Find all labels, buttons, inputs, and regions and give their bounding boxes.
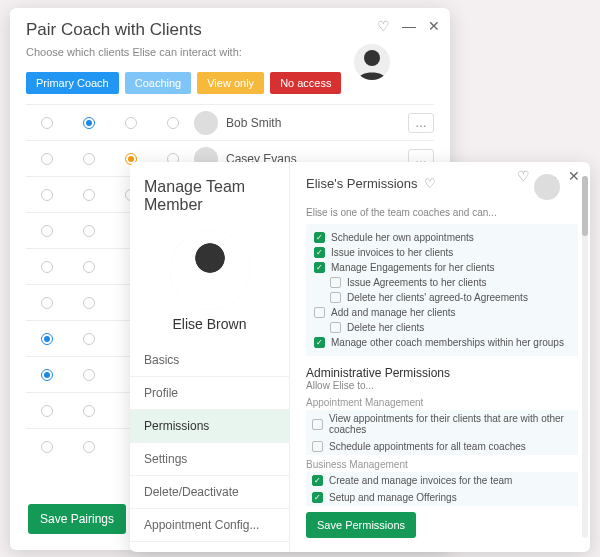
checkbox[interactable] [330, 277, 341, 288]
radio-primary[interactable] [41, 333, 53, 345]
hint-icon[interactable]: ♡ [517, 168, 530, 184]
radio-coaching[interactable] [83, 153, 95, 165]
perm-label: Setup and manage Offerings [329, 492, 457, 503]
member-name: Elise Brown [130, 316, 289, 332]
perm-label: Schedule appointments for all team coach… [329, 441, 526, 452]
checkbox[interactable] [314, 262, 325, 273]
checkbox[interactable] [312, 475, 323, 486]
member-avatar [170, 230, 250, 310]
admin-permissions-title: Administrative Permissions [306, 366, 578, 380]
coach-avatar [354, 44, 390, 80]
checkbox[interactable] [314, 247, 325, 258]
more-button[interactable]: … [408, 113, 434, 133]
radio-coaching[interactable] [83, 405, 95, 417]
manage-sidebar: Manage Team Member Elise Brown Basics Pr… [130, 162, 290, 552]
radio-primary[interactable] [41, 153, 53, 165]
radio-coaching[interactable] [83, 225, 95, 237]
perm-label: Manage other coach memberships within he… [331, 337, 564, 348]
permissions-subtitle: Elise is one of the team coaches and can… [306, 207, 578, 218]
radio-coaching[interactable] [83, 117, 95, 129]
perm-label: Add and manage her clients [331, 307, 456, 318]
radio-primary[interactable] [41, 405, 53, 417]
hint-icon[interactable]: ♡ [424, 176, 436, 191]
radio-coaching[interactable] [83, 333, 95, 345]
manage-title: Manage Team Member [130, 172, 289, 220]
tag-view-only[interactable]: View only [197, 72, 264, 94]
manage-member-dialog: Manage Team Member Elise Brown Basics Pr… [130, 162, 590, 552]
radio-coaching[interactable] [83, 261, 95, 273]
group-business-mgmt: Business Management [306, 459, 578, 470]
nav-settings[interactable]: Settings [130, 443, 289, 476]
perm-label: Delete her clients [347, 322, 424, 333]
radio-view[interactable] [125, 117, 137, 129]
radio-coaching[interactable] [83, 297, 95, 309]
coach-permissions-list: Schedule her own appointments Issue invo… [306, 224, 578, 356]
perm-label: View appointments for their clients that… [329, 413, 572, 435]
nav-basics[interactable]: Basics [130, 344, 289, 377]
checkbox[interactable] [314, 337, 325, 348]
save-pairings-button[interactable]: Save Pairings [28, 504, 126, 534]
radio-primary[interactable] [41, 441, 53, 453]
manage-content: ♡ — ✕ Elise's Permissions♡ Elise is one … [290, 162, 590, 552]
group-appointment-mgmt: Appointment Management [306, 397, 578, 408]
perm-label: Schedule her own appointments [331, 232, 474, 243]
client-avatar [194, 111, 218, 135]
nav-permissions[interactable]: Permissions [130, 410, 289, 443]
checkbox[interactable] [314, 307, 325, 318]
radio-coaching[interactable] [83, 369, 95, 381]
admin-permissions-subtitle: Allow Elise to... [306, 380, 578, 391]
tag-coaching[interactable]: Coaching [125, 72, 191, 94]
radio-primary[interactable] [41, 189, 53, 201]
permissions-section-title: Elise's Permissions [306, 176, 418, 191]
radio-primary[interactable] [41, 117, 53, 129]
radio-primary[interactable] [41, 369, 53, 381]
perm-label: Issue invoices to her clients [331, 247, 453, 258]
radio-coaching[interactable] [83, 189, 95, 201]
checkbox[interactable] [312, 441, 323, 452]
perm-label: Delete her clients' agreed-to Agreements [347, 292, 528, 303]
radio-primary[interactable] [41, 297, 53, 309]
admin-permissions-list: Appointment Management View appointments… [306, 397, 578, 506]
nav-appointment-config[interactable]: Appointment Config... [130, 509, 289, 542]
scrollbar-thumb[interactable] [582, 176, 588, 236]
client-name: Bob Smith [226, 116, 281, 130]
checkbox[interactable] [314, 232, 325, 243]
radio-primary[interactable] [41, 261, 53, 273]
close-button[interactable]: ✕ [568, 168, 580, 184]
tag-primary-coach[interactable]: Primary Coach [26, 72, 119, 94]
checkbox[interactable] [312, 419, 323, 430]
table-row: Bob Smith … [26, 104, 434, 140]
radio-coaching[interactable] [83, 441, 95, 453]
perm-label: Issue Agreements to her clients [347, 277, 487, 288]
close-button[interactable]: ✕ [428, 18, 440, 34]
member-avatar-small [534, 174, 560, 200]
hint-icon[interactable]: ♡ [377, 18, 390, 34]
minimize-button[interactable]: — [402, 18, 416, 34]
checkbox[interactable] [330, 322, 341, 333]
tag-no-access[interactable]: No access [270, 72, 341, 94]
checkbox[interactable] [330, 292, 341, 303]
nav-profile[interactable]: Profile [130, 377, 289, 410]
radio-none[interactable] [167, 117, 179, 129]
nav-delete[interactable]: Delete/Deactivate [130, 476, 289, 509]
perm-label: Manage Engagements for her clients [331, 262, 494, 273]
perm-label: Create and manage invoices for the team [329, 475, 512, 486]
checkbox[interactable] [312, 492, 323, 503]
pair-title: Pair Coach with Clients [26, 20, 434, 40]
radio-primary[interactable] [41, 225, 53, 237]
save-permissions-button[interactable]: Save Permissions [306, 512, 416, 538]
